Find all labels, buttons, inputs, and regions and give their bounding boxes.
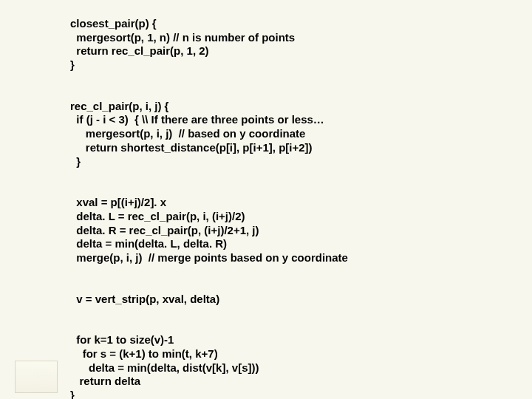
code-line: merge(p, i, j) // merge points based on … (70, 251, 348, 264)
code-line: delta. R = rec_cl_pair(p, (i+j)/2+1, j) (70, 224, 259, 236)
code-line: closest_pair(p) { (70, 17, 157, 30)
code-line: for s = (k+1) to min(t, k+7) (70, 347, 218, 360)
code-line: if (j - i < 3) { \\ If there are three p… (70, 113, 324, 126)
code-line: delta = min(delta. L, delta. R) (70, 237, 227, 250)
code-line: delta = min(delta, dist(v[k], v[s])) (70, 361, 259, 374)
code-line: for k=1 to size(v)-1 (70, 333, 174, 346)
code-line: } (70, 389, 75, 399)
code-line: return delta (70, 375, 140, 387)
code-line: delta. L = rec_cl_pair(p, i, (i+j)/2) (70, 210, 245, 222)
code-listing: closest_pair(p) { mergesort(p, 1, n) // … (70, 3, 488, 399)
code-line: mergesort(p, i, j) // based on y coordin… (70, 127, 305, 140)
code-line: v = vert_strip(p, xval, delta) (70, 293, 219, 305)
code-line: return shortest_distance(p[i], p[i+1], p… (70, 141, 313, 154)
code-line: rec_cl_pair(p, i, j) { (70, 100, 168, 112)
code-line: xval = p[(i+j)/2]. x (70, 196, 166, 208)
slide-content: closest_pair(p) { mergesort(p, 1, n) // … (70, 3, 488, 399)
code-line: mergesort(p, 1, n) // n is number of poi… (70, 31, 295, 44)
code-line: return rec_cl_pair(p, 1, 2) (70, 44, 209, 57)
code-line: } (70, 58, 75, 71)
code-line: } (70, 155, 81, 168)
footer-decoration (15, 361, 58, 393)
